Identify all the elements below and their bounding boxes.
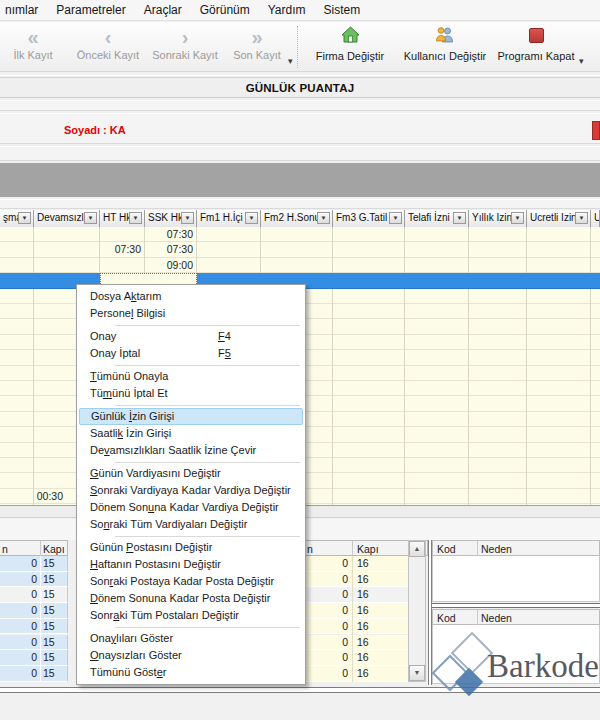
grid-column-header-3[interactable]: SSK Hk▼ — [145, 210, 197, 227]
filter-arrow-icon[interactable]: ▼ — [129, 212, 142, 224]
change-user-button[interactable]: Kullanıcı Değiştir — [396, 26, 494, 70]
menubar: nımlarParametrelerAraçlarGörünümYardımSi… — [0, 0, 600, 21]
grid-column-header-5[interactable]: Fm2 H.Sonu▼ — [261, 210, 333, 227]
menubar-item-5[interactable]: Sistem — [315, 0, 370, 21]
grid-cell-value: 00:30 — [34, 490, 63, 502]
gray-band — [0, 163, 600, 197]
filter-arrow-icon[interactable]: ▼ — [317, 212, 330, 224]
grid-row[interactable]: 09:00 — [0, 258, 600, 273]
page-title: GÜNLÜK PUANTAJ — [246, 82, 355, 94]
horizontal-splitter[interactable] — [432, 603, 600, 608]
grid-column-header-4[interactable]: Fm1 H.İçi▼ — [197, 210, 261, 227]
menubar-item-3[interactable]: Görünüm — [191, 0, 259, 21]
grid-row[interactable]: 07:30 — [0, 227, 600, 242]
surname-label: Soyadı : KA — [64, 124, 126, 136]
table-row[interactable]: 015 — [0, 635, 68, 651]
menu-item-1[interactable]: Personel Bilgisi — [77, 305, 305, 322]
menu-item-4[interactable]: Onay İptalF5 — [77, 345, 305, 362]
filter-arrow-icon[interactable]: ▼ — [18, 212, 31, 224]
kod-header[interactable]: Kod — [437, 612, 456, 624]
menu-item-16[interactable]: Sonraki Tüm Vardiyaları Değiştir — [77, 516, 305, 533]
grid-column-header-0[interactable]: şma▼ — [0, 210, 34, 227]
kod-neden-table-1-header: Kod Neden — [432, 540, 600, 556]
menu-item-22[interactable]: Sonraki Tüm Postaları Değiştir — [77, 607, 305, 624]
cell-count: 0 — [0, 573, 37, 585]
menubar-item-1[interactable]: Parametreler — [47, 0, 134, 21]
nav-dropdown-icon[interactable]: ▾ — [288, 56, 293, 66]
grid-column-header-10[interactable]: Uc — [591, 210, 600, 227]
cell-kapi: 16 — [357, 651, 369, 663]
menu-item-7[interactable]: Tümünü İptal Et — [77, 385, 305, 402]
filter-arrow-icon[interactable]: ▼ — [453, 212, 466, 224]
menu-item-9[interactable]: Günlük İzin Girişi — [79, 408, 303, 425]
menu-item-19[interactable]: Haftanın Postasını Değiştir — [77, 556, 305, 573]
cell-kapi: 16 — [357, 604, 369, 616]
table-row[interactable]: 015 — [0, 603, 68, 619]
table-row[interactable]: 015 — [0, 650, 68, 666]
table-row[interactable]: 015 — [0, 572, 68, 588]
grid-column-line — [332, 227, 333, 505]
neden-header[interactable]: Neden — [481, 543, 512, 555]
first-record-button[interactable]: « İlk Kayıt — [2, 26, 64, 70]
kod-neden-divider — [477, 610, 478, 625]
cell-kapi: 16 — [357, 557, 369, 569]
menu-item-0[interactable]: Dosya Aktarım — [77, 288, 305, 305]
cell-kapi: 15 — [43, 620, 55, 632]
menu-item-6[interactable]: Tümünü Onayla — [77, 368, 305, 385]
table-row[interactable]: 015 — [0, 587, 68, 603]
menu-item-25[interactable]: Onaysızları Göster — [77, 647, 305, 664]
menu-item-label: Tümünü Göster — [90, 666, 166, 678]
filter-arrow-icon[interactable]: ▼ — [84, 212, 97, 224]
filter-arrow-icon[interactable]: ▼ — [511, 212, 524, 224]
table-row[interactable]: 015 — [0, 556, 68, 572]
cell-count: 0 — [0, 636, 37, 648]
menu-item-26[interactable]: Tümünü Göster — [77, 664, 305, 681]
menu-item-18[interactable]: Günün Postasını Değiştir — [77, 539, 305, 556]
menu-item-10[interactable]: Saatlik İzin Girişi — [77, 425, 305, 442]
menu-item-20[interactable]: Sonraki Postaya Kadar Posta Değiştir — [77, 573, 305, 590]
neden-header[interactable]: Neden — [481, 612, 512, 624]
grid-column-header-1[interactable]: Devamsızlık▼ — [34, 210, 100, 227]
menubar-item-4[interactable]: Yardım — [259, 0, 315, 21]
menu-item-11[interactable]: Devamsızlıkları Saatlik İzine Çevir — [77, 442, 305, 459]
menu-item-14[interactable]: Sonraki Vardiyaya Kadar Vardiya Değiştir — [77, 482, 305, 499]
filter-arrow-icon[interactable]: ▼ — [245, 212, 258, 224]
scroll-down-icon[interactable]: ▼ — [409, 665, 425, 681]
grid-column-line — [404, 227, 405, 505]
menu-item-3[interactable]: OnayF4 — [77, 328, 305, 345]
left-table-header-partial: n — [2, 543, 8, 555]
mid-table-kapi-header[interactable]: Kapı — [357, 543, 379, 555]
menu-item-label: Sonraki Postaya Kadar Posta Değiştir — [90, 575, 274, 587]
cell-kapi: 15 — [43, 667, 55, 679]
table-row[interactable]: 015 — [0, 619, 68, 635]
previous-record-button[interactable]: ‹ Önceki Kayıt — [70, 26, 146, 70]
next-record-icon: › — [148, 26, 222, 48]
filter-arrow-icon[interactable]: ▼ — [389, 212, 402, 224]
toolbar-divider — [0, 72, 600, 76]
menubar-item-2[interactable]: Araçlar — [135, 0, 191, 21]
filter-arrow-icon[interactable]: ▼ — [181, 212, 194, 224]
close-dropdown-icon[interactable]: ▾ — [579, 56, 584, 66]
menubar-item-0[interactable]: nımlar — [2, 0, 47, 21]
filter-arrow-icon[interactable]: ▼ — [575, 212, 588, 224]
grid-row[interactable]: 07:3007:30 — [0, 242, 600, 257]
grid-column-header-9[interactable]: Ucretli Izin▼ — [527, 210, 591, 227]
table-row[interactable]: 015 — [0, 666, 68, 682]
scroll-up-icon[interactable]: ▲ — [409, 541, 425, 557]
left-table-kapi-header[interactable]: Kapı — [43, 543, 65, 555]
menu-item-13[interactable]: Günün Vardiyasını Değiştir — [77, 465, 305, 482]
grid-column-header-8[interactable]: Yıllık Izin▼ — [469, 210, 527, 227]
mid-table-scrollbar[interactable]: ▲ ▼ — [408, 540, 426, 682]
change-company-button[interactable]: Firma Değiştir — [306, 26, 394, 70]
menu-item-24[interactable]: Onaylıları Göster — [77, 630, 305, 647]
grid-column-header-6[interactable]: Fm3 G.Tatil▼ — [333, 210, 405, 227]
menu-item-15[interactable]: Dönem Sonuna Kadar Vardiya Değiştir — [77, 499, 305, 516]
last-record-button[interactable]: » Son Kayıt — [226, 26, 288, 70]
next-record-button[interactable]: › Sonraki Kayıt — [148, 26, 222, 70]
close-program-button[interactable]: Programı Kapat — [496, 26, 576, 70]
grid-column-header-7[interactable]: Telafi İzni▼ — [405, 210, 469, 227]
grid-column-header-2[interactable]: HT Hk▼ — [100, 210, 145, 227]
kod-header[interactable]: Kod — [437, 543, 456, 555]
grid-column-label: Fm1 H.İçi — [200, 212, 243, 223]
menu-item-21[interactable]: Dönem Sonuna Kadar Posta Değiştir — [77, 590, 305, 607]
